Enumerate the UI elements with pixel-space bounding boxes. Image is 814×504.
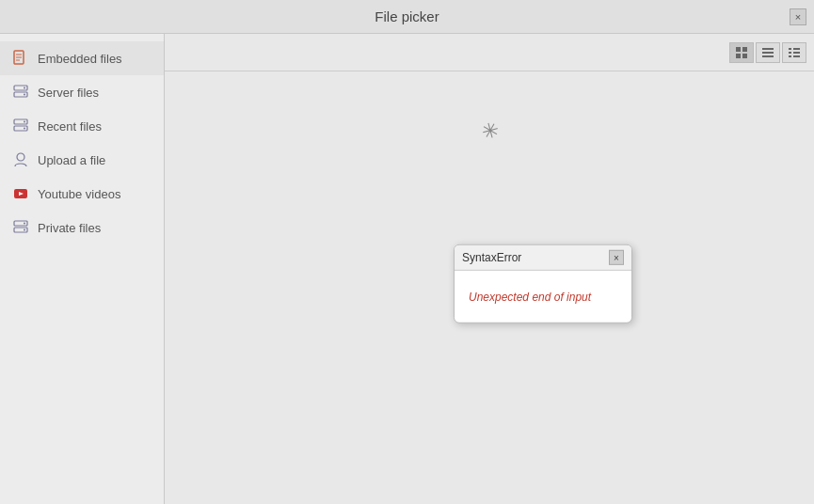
- svg-rect-25: [762, 55, 774, 57]
- sidebar-item-embedded-files[interactable]: Embedded files: [0, 41, 164, 75]
- svg-rect-26: [789, 48, 791, 50]
- grid-view-icon: [735, 46, 748, 59]
- sidebar-label-private-files: Private files: [38, 221, 101, 235]
- svg-rect-22: [742, 54, 747, 58]
- private-icon: [11, 218, 30, 237]
- svg-point-10: [24, 121, 25, 123]
- sidebar-label-youtube-videos: Youtube videos: [38, 187, 120, 201]
- sidebar-label-embedded-files: Embedded files: [38, 52, 122, 66]
- dialog-title-bar: SyntaxError ×: [455, 245, 631, 271]
- svg-point-18: [24, 229, 25, 231]
- svg-point-12: [17, 153, 24, 161]
- upload-icon: [11, 150, 30, 169]
- recent-icon: [11, 117, 30, 135]
- svg-rect-20: [742, 47, 747, 52]
- error-dialog: SyntaxError × Unexpected end of input: [454, 244, 632, 323]
- window-title: File picker: [375, 8, 439, 24]
- window-close-button[interactable]: ×: [790, 8, 806, 25]
- dialog-body: Unexpected end of input: [455, 271, 631, 323]
- dialog-overlay: SyntaxError × Unexpected end of input: [165, 71, 814, 504]
- content-area: ✳ SyntaxError × Unexpected end of input: [165, 34, 814, 504]
- svg-point-7: [24, 94, 25, 96]
- sidebar-label-server-files: Server files: [38, 86, 99, 100]
- sidebar-item-recent-files[interactable]: Recent files: [0, 109, 164, 143]
- svg-point-11: [24, 128, 25, 130]
- dialog-title: SyntaxError: [462, 251, 521, 264]
- view-grid-button[interactable]: [729, 42, 754, 63]
- sidebar-label-upload-file: Upload a file: [38, 153, 105, 167]
- svg-rect-24: [762, 52, 774, 54]
- svg-rect-21: [736, 54, 741, 58]
- svg-rect-27: [793, 48, 800, 50]
- svg-rect-31: [793, 55, 800, 57]
- svg-rect-23: [762, 48, 774, 50]
- view-list-button[interactable]: [756, 42, 780, 63]
- sidebar-label-recent-files: Recent files: [38, 119, 102, 134]
- server-icon: [11, 83, 30, 102]
- youtube-icon: [11, 184, 30, 203]
- main-layout: Embedded files Server files: [0, 34, 814, 504]
- sidebar-item-youtube-videos[interactable]: Youtube videos: [0, 177, 164, 211]
- sidebar-item-private-files[interactable]: Private files: [0, 211, 164, 244]
- svg-rect-30: [789, 55, 791, 57]
- detail-view-icon: [788, 46, 801, 59]
- svg-rect-28: [789, 52, 791, 54]
- dialog-close-button[interactable]: ×: [609, 250, 624, 265]
- list-view-icon: [761, 46, 774, 59]
- svg-point-6: [24, 87, 25, 89]
- sidebar: Embedded files Server files: [0, 34, 165, 504]
- svg-rect-19: [736, 47, 741, 52]
- content-body: ✳ SyntaxError × Unexpected end of input: [165, 71, 814, 504]
- title-bar: File picker ×: [0, 0, 814, 34]
- svg-point-17: [24, 223, 25, 225]
- error-message: Unexpected end of input: [469, 291, 591, 304]
- sidebar-item-server-files[interactable]: Server files: [0, 75, 164, 109]
- view-detail-button[interactable]: [782, 42, 806, 63]
- file-icon: [11, 49, 30, 68]
- svg-rect-29: [793, 52, 800, 54]
- sidebar-item-upload-file[interactable]: Upload a file: [0, 143, 164, 177]
- content-toolbar: [165, 34, 814, 71]
- file-picker-window: File picker × Embedded files: [0, 0, 814, 504]
